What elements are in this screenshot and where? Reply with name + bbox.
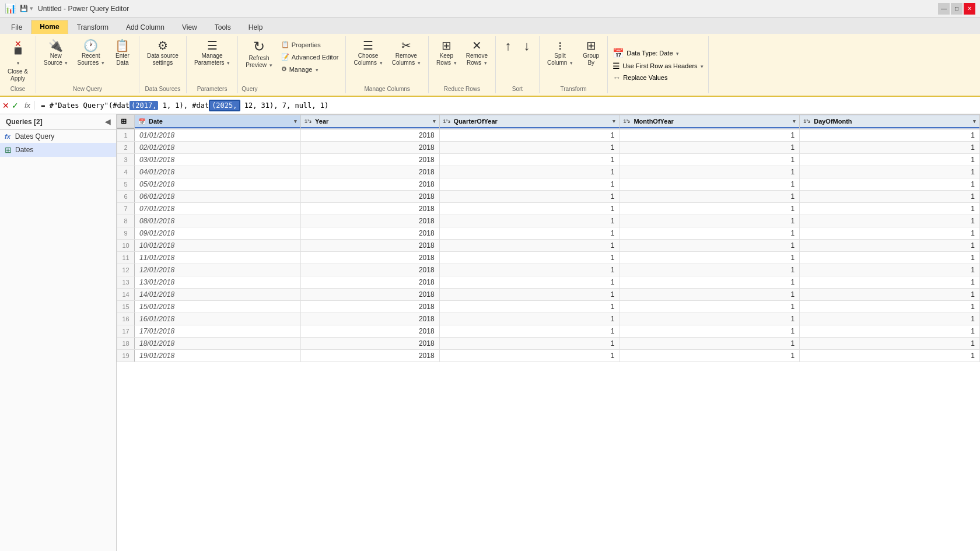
- cell-day: 1: [800, 191, 980, 203]
- cell-year: 2018: [301, 154, 440, 166]
- cell-year: 2018: [301, 325, 440, 338]
- cell-rownum: 14: [117, 289, 135, 301]
- use-first-row-label[interactable]: Use First Row as Headers ▾: [622, 62, 703, 69]
- formula-bar: ✕ ✓ fx = #"Dates Query"(#dat (2017, 1, 1…: [0, 97, 980, 114]
- close-window-button[interactable]: ✕: [964, 3, 975, 15]
- cell-year: 2018: [301, 178, 440, 191]
- sort-buttons: ↑ ↓: [499, 37, 536, 85]
- cell-date: 04/01/2018: [135, 166, 301, 178]
- keep-rows-icon: ⊞: [442, 40, 452, 51]
- cell-day: 1: [800, 252, 980, 264]
- new-source-button[interactable]: 🔌 NewSource ▾: [40, 37, 72, 69]
- cell-month: 1: [620, 154, 800, 166]
- cell-quarter: 1: [439, 301, 620, 313]
- cell-month: 1: [620, 264, 800, 276]
- close-buttons: ✕ ⬛ ▾ Close &Apply: [4, 37, 32, 85]
- sort-desc-button[interactable]: ↓: [518, 37, 536, 56]
- recent-sources-button[interactable]: 🕐 RecentSources ▾: [73, 37, 108, 69]
- month-col-dropdown[interactable]: ▾: [793, 118, 796, 124]
- keep-rows-label: KeepRows ▾: [436, 52, 457, 66]
- quarter-col-label: QuarterOfYear: [454, 118, 498, 125]
- cell-year: 2018: [301, 276, 440, 289]
- table-row: 202/01/20182018111: [117, 142, 980, 154]
- tab-home[interactable]: Home: [31, 20, 68, 34]
- tab-add-column[interactable]: Add Column: [117, 20, 173, 34]
- cell-month: 1: [620, 325, 800, 338]
- remove-columns-button[interactable]: ✂ RemoveColumns ▾: [388, 37, 425, 69]
- choose-columns-button[interactable]: ☰ ChooseColumns ▾: [349, 37, 386, 69]
- close-apply-button[interactable]: ✕ ⬛ ▾ Close &Apply: [4, 37, 32, 85]
- cell-day: 1: [800, 178, 980, 191]
- data-source-settings-button[interactable]: ⚙ Data sourcesettings: [143, 37, 183, 69]
- table-row: 606/01/20182018111: [117, 191, 980, 203]
- sidebar-item-dates-query[interactable]: fx Dates Query: [0, 130, 116, 143]
- replace-values-row: ↔ Replace Values: [612, 73, 703, 82]
- remove-rows-button[interactable]: ✕ RemoveRows ▾: [462, 37, 492, 69]
- date-col-dropdown[interactable]: ▾: [294, 118, 297, 124]
- cell-rownum: 11: [117, 252, 135, 264]
- replace-values-label[interactable]: Replace Values: [623, 74, 667, 81]
- parameters-buttons: ☰ ManageParameters ▾: [190, 37, 234, 85]
- sort-asc-button[interactable]: ↑: [499, 37, 517, 56]
- refresh-preview-button[interactable]: ↻ RefreshPreview ▾: [242, 37, 276, 71]
- cell-quarter: 1: [439, 215, 620, 227]
- properties-icon: 📋: [281, 41, 289, 48]
- collapse-sidebar-button[interactable]: ◀: [105, 118, 110, 126]
- cell-date: 18/01/2018: [135, 338, 301, 350]
- ribbon-group-sort: ↑ ↓ Sort: [496, 36, 540, 93]
- refresh-preview-label: RefreshPreview ▾: [246, 55, 272, 69]
- minimize-button[interactable]: —: [938, 3, 950, 15]
- cell-rownum: 5: [117, 178, 135, 191]
- tab-tools[interactable]: Tools: [206, 20, 240, 34]
- query-small-buttons: 📋 Properties 📝 Advanced Editor ⚙ Manage …: [278, 37, 342, 75]
- table-row: 1616/01/20182018111: [117, 313, 980, 325]
- ribbon: ✕ ⬛ ▾ Close &Apply Close 🔌 NewSource ▾ 🕐…: [0, 34, 980, 97]
- cell-month: 1: [620, 240, 800, 252]
- ribbon-group-data-sources: ⚙ Data sourcesettings Data Sources: [139, 36, 187, 93]
- cell-quarter: 1: [439, 129, 620, 142]
- tab-view[interactable]: View: [173, 20, 206, 34]
- properties-button[interactable]: 📋 Properties: [278, 39, 342, 50]
- cell-day: 1: [800, 264, 980, 276]
- tab-transform[interactable]: Transform: [68, 20, 117, 34]
- split-column-button[interactable]: ⫶ SplitColumn ▾: [543, 37, 577, 69]
- cell-year: 2018: [301, 240, 440, 252]
- remove-columns-icon: ✂: [401, 40, 411, 51]
- year-col-dropdown[interactable]: ▾: [433, 118, 436, 124]
- grid-container[interactable]: ⊞ 📅 Date ▾ 1²₃: [117, 114, 980, 551]
- group-by-button[interactable]: ⊞ GroupBy: [578, 37, 604, 69]
- cell-month: 1: [620, 338, 800, 350]
- sort-asc-icon: ↑: [505, 40, 511, 52]
- data-type-label[interactable]: Data Type: Date ▾: [626, 50, 678, 57]
- table-row: 909/01/20182018111: [117, 227, 980, 240]
- manage-parameters-button[interactable]: ☰ ManageParameters ▾: [190, 37, 234, 69]
- enter-data-button[interactable]: 📋 EnterData: [110, 37, 135, 69]
- quarter-col-dropdown[interactable]: ▾: [612, 118, 615, 124]
- tab-help[interactable]: Help: [240, 20, 272, 34]
- ribbon-right-panel: 📅 Data Type: Date ▾ ☰ Use First Row as H…: [608, 36, 708, 93]
- cell-year: 2018: [301, 252, 440, 264]
- day-col-dropdown[interactable]: ▾: [973, 118, 976, 124]
- advanced-editor-button[interactable]: 📝 Advanced Editor: [278, 51, 342, 62]
- keep-rows-button[interactable]: ⊞ KeepRows ▾: [432, 37, 461, 69]
- cell-date: 01/01/2018: [135, 129, 301, 142]
- cell-date: 03/01/2018: [135, 154, 301, 166]
- th-day: 1²₃ DayOfMonth ▾: [800, 115, 980, 129]
- cell-quarter: 1: [439, 325, 620, 338]
- manage-columns-group-label: Manage Columns: [364, 85, 410, 92]
- ribbon-group-reduce-rows: ⊞ KeepRows ▾ ✕ RemoveRows ▾ Reduce Rows: [429, 36, 496, 93]
- choose-columns-icon: ☰: [363, 40, 373, 51]
- manage-button[interactable]: ⚙ Manage ▾: [278, 64, 342, 75]
- cell-day: 1: [800, 142, 980, 154]
- day-col-label: DayOfMonth: [814, 118, 852, 125]
- enter-data-label: EnterData: [116, 52, 130, 66]
- maximize-button[interactable]: □: [951, 3, 963, 15]
- formula-cancel-button[interactable]: ✕: [2, 101, 9, 110]
- sidebar-item-dates[interactable]: ⊞ Dates: [0, 143, 116, 157]
- formula-confirm-button[interactable]: ✓: [12, 101, 19, 110]
- cell-month: 1: [620, 215, 800, 227]
- formula-content[interactable]: = #"Dates Query"(#dat (2017, 1, 1), #dat…: [37, 100, 978, 111]
- tab-file[interactable]: File: [2, 20, 31, 34]
- query-group-label: Query: [242, 85, 257, 92]
- cell-month: 1: [620, 313, 800, 325]
